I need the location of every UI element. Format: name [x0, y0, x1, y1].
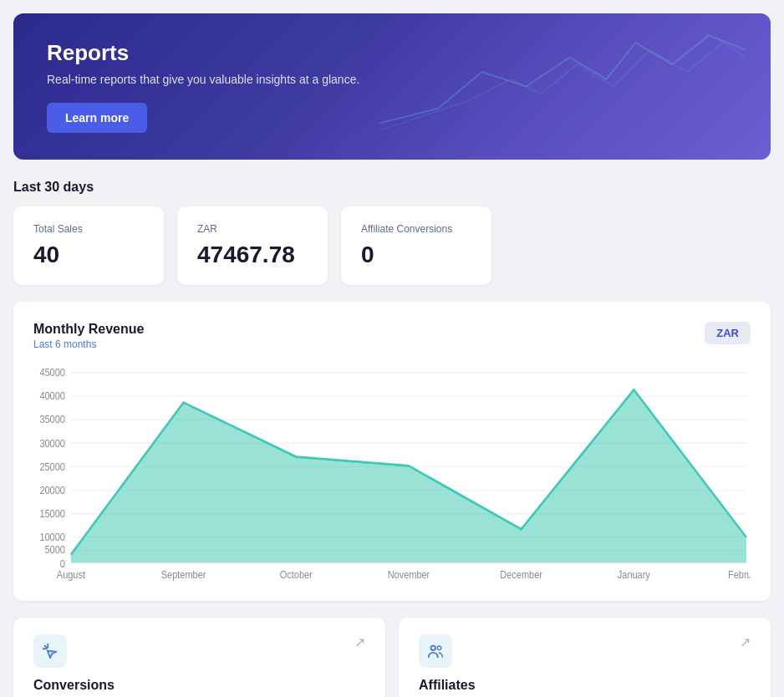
svg-point-10	[431, 646, 436, 651]
hero-banner: Reports Real-time reports that give you …	[13, 13, 771, 160]
x-label-february: February	[728, 569, 751, 579]
chart-currency-button[interactable]: ZAR	[705, 322, 751, 344]
stat-label-total-sales: Total Sales	[33, 223, 144, 235]
y-label-20000: 20000	[39, 486, 64, 496]
revenue-chart: 45000 40000 35000 30000 25000 20000 1500…	[33, 364, 751, 581]
learn-more-button[interactable]: Learn more	[47, 103, 147, 133]
conversions-title: Conversions	[33, 678, 365, 693]
stat-card-total-sales: Total Sales 40	[13, 206, 164, 285]
y-label-5000: 5000	[45, 545, 65, 555]
stat-value-affiliate: 0	[361, 242, 471, 268]
x-label-october: October	[280, 569, 313, 579]
affiliates-card[interactable]: ↗ Affiliates View your affiliate perform…	[399, 618, 771, 697]
affiliates-title: Affiliates	[419, 678, 751, 693]
stat-card-zar: ZAR 47467.78	[177, 206, 328, 285]
y-label-15000: 15000	[39, 509, 64, 519]
chart-title: Monthly Revenue	[33, 322, 144, 337]
affiliates-external-icon: ↗	[740, 634, 751, 650]
conversions-card[interactable]: ↗ Conversions See how your offers and ch…	[13, 618, 385, 697]
period-label: Last 30 days	[13, 180, 771, 195]
stats-row: Total Sales 40 ZAR 47467.78 Affiliate Co…	[13, 206, 771, 285]
conversions-card-icon-row: ↗	[33, 634, 365, 668]
cursor-click-icon	[41, 642, 59, 660]
x-label-september: September	[161, 569, 206, 579]
chart-header: Monthly Revenue Last 6 months ZAR	[33, 322, 751, 350]
chart-container: 45000 40000 35000 30000 25000 20000 1500…	[33, 364, 751, 581]
y-label-0: 0	[60, 558, 65, 568]
y-label-30000: 30000	[39, 438, 64, 448]
x-label-november: November	[388, 569, 430, 579]
affiliates-card-icon	[419, 634, 452, 668]
x-label-august: August	[57, 569, 86, 579]
users-icon	[426, 642, 445, 660]
y-label-10000: 10000	[39, 532, 64, 542]
svg-point-11	[437, 646, 441, 650]
hero-title: Reports	[47, 40, 737, 66]
chart-card: Monthly Revenue Last 6 months ZAR 45000 …	[13, 302, 771, 601]
bottom-cards-row: ↗ Conversions See how your offers and ch…	[13, 618, 771, 697]
y-label-35000: 35000	[39, 415, 64, 425]
stat-value-total-sales: 40	[33, 242, 144, 268]
chart-subtitle: Last 6 months	[33, 338, 144, 350]
x-label-january: January	[618, 569, 650, 579]
chart-area-fill	[71, 389, 746, 562]
y-label-25000: 25000	[39, 461, 64, 471]
stat-value-zar: 47467.78	[197, 242, 308, 268]
stat-card-affiliate: Affiliate Conversions 0	[341, 206, 491, 285]
chart-title-group: Monthly Revenue Last 6 months	[33, 322, 144, 350]
conversions-external-icon: ↗	[354, 634, 365, 650]
y-label-40000: 40000	[39, 391, 64, 401]
affiliates-card-icon-row: ↗	[419, 634, 751, 668]
x-label-december: December	[500, 569, 542, 579]
conversions-card-icon	[33, 634, 67, 668]
stat-label-zar: ZAR	[197, 223, 308, 235]
y-label-45000: 45000	[39, 368, 64, 378]
stat-label-affiliate: Affiliate Conversions	[361, 223, 471, 235]
hero-subtitle: Real-time reports that give you valuable…	[47, 73, 737, 86]
